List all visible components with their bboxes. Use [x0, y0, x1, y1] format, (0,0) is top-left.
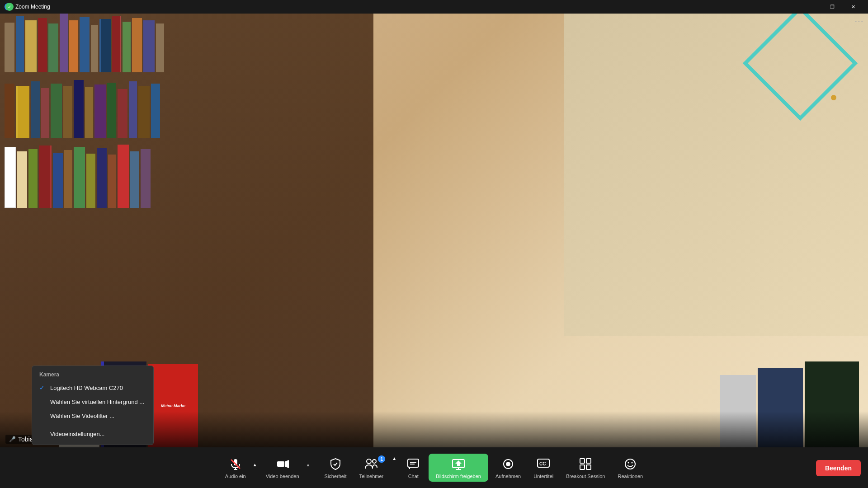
- diamond-decor: [743, 6, 858, 121]
- svg-point-16: [506, 462, 510, 466]
- circle-decor: [831, 95, 836, 100]
- captions-icon: CC: [536, 456, 551, 472]
- close-button[interactable]: ✕: [843, 0, 863, 14]
- books-row2: [5, 79, 160, 138]
- svg-rect-8: [408, 459, 419, 467]
- svg-rect-22: [586, 465, 591, 469]
- chat-button[interactable]: Chat: [400, 454, 427, 482]
- right-wall: [564, 0, 868, 336]
- security-label: Sicherheit: [325, 474, 347, 479]
- audio-icon: [228, 456, 243, 472]
- share-screen-label: Bildschirm freigeben: [436, 474, 481, 479]
- chat-label: Chat: [408, 474, 419, 479]
- status-dot: [5, 3, 14, 11]
- breakout-icon: [578, 456, 593, 472]
- svg-text:CC: CC: [539, 461, 546, 466]
- captions-button[interactable]: CC Untertitel: [528, 454, 559, 482]
- record-icon: [500, 456, 516, 472]
- camera-option-settings[interactable]: Videoeinstellungen...: [32, 427, 153, 441]
- svg-point-6: [367, 459, 371, 464]
- muted-mic-icon: 🎤: [9, 436, 16, 442]
- reactions-icon: [623, 456, 638, 472]
- audio-button[interactable]: Audio ein: [220, 454, 251, 482]
- video-button[interactable]: Video beenden: [260, 454, 305, 482]
- svg-marker-14: [455, 460, 462, 466]
- svg-point-25: [632, 462, 633, 464]
- audio-group: Audio ein ▲: [220, 454, 259, 482]
- svg-point-7: [373, 460, 376, 463]
- reactions-label: Reaktionen: [618, 474, 643, 479]
- window-controls: ─ ❐ ✕: [801, 0, 863, 14]
- participants-button[interactable]: 1 Teilnehmer: [354, 454, 389, 482]
- camera-menu-title: Kamera: [32, 370, 153, 380]
- audio-chevron[interactable]: ▲: [251, 456, 259, 472]
- video-icon: [275, 456, 290, 472]
- svg-point-23: [625, 459, 635, 469]
- video-chevron[interactable]: ▲: [305, 456, 312, 472]
- svg-rect-4: [277, 461, 284, 467]
- reactions-button[interactable]: Reaktionen: [612, 454, 648, 482]
- menu-divider: [32, 425, 153, 425]
- record-button[interactable]: Aufnehmen: [490, 454, 526, 482]
- end-meeting-button[interactable]: Beenden: [816, 460, 861, 476]
- svg-rect-20: [586, 459, 591, 463]
- books-row3: [5, 145, 151, 208]
- breakout-button[interactable]: Breakout Session: [561, 454, 610, 482]
- captions-label: Untertitel: [533, 474, 553, 479]
- corner-menu-button[interactable]: ⋯: [854, 16, 863, 27]
- check-icon: ✓: [39, 384, 47, 391]
- participants-chevron[interactable]: ▲: [391, 450, 398, 465]
- window-title: Zoom Meeting: [15, 4, 801, 10]
- video-group: Video beenden ▲: [260, 454, 312, 482]
- svg-rect-21: [580, 465, 585, 469]
- share-screen-button[interactable]: Bildschirm freigeben: [429, 454, 488, 482]
- books-row1: [5, 14, 164, 72]
- security-icon: [328, 456, 343, 472]
- meeting-toolbar: Audio ein ▲ Video beenden ▲ Sicherheit: [0, 447, 868, 488]
- minimize-button[interactable]: ─: [801, 0, 822, 14]
- maximize-button[interactable]: ❐: [822, 0, 843, 14]
- record-label: Aufnehmen: [495, 474, 521, 479]
- camera-context-menu: Kamera ✓ Logitech HD Webcam C270 Wählen …: [32, 366, 154, 445]
- audio-label: Audio ein: [225, 474, 246, 479]
- participants-badge: 1: [378, 455, 385, 463]
- breakout-label: Breakout Session: [566, 474, 605, 479]
- svg-marker-5: [285, 460, 289, 468]
- participants-label: Teilnehmer: [359, 474, 383, 479]
- camera-option-video-filter[interactable]: Wählen Sie Videofilter ...: [32, 409, 153, 423]
- svg-point-24: [628, 462, 629, 464]
- title-bar: Z Zoom Meeting ─ ❐ ✕: [0, 0, 868, 14]
- participants-icon: [363, 456, 379, 472]
- chat-icon: [406, 456, 421, 472]
- svg-rect-19: [580, 459, 585, 463]
- camera-option-logitech[interactable]: ✓ Logitech HD Webcam C270: [32, 380, 153, 395]
- share-screen-icon: [451, 456, 466, 472]
- security-button[interactable]: Sicherheit: [319, 454, 352, 482]
- camera-option-virtual-bg[interactable]: Wählen Sie virtuellen Hintergrund ...: [32, 395, 153, 409]
- video-label: Video beenden: [266, 474, 299, 479]
